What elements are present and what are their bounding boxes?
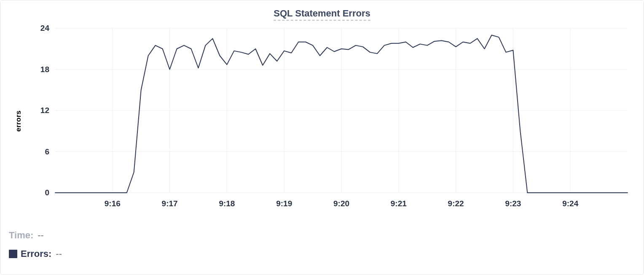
footer-errors-row: Errors: -- [9,248,635,259]
svg-text:9:18: 9:18 [219,199,235,208]
svg-text:9:21: 9:21 [391,199,407,208]
svg-text:24: 24 [40,24,50,32]
svg-text:6: 6 [45,147,49,156]
chart-area[interactable]: errors 9:169:179:189:199:209:219:229:239… [9,24,635,218]
svg-text:9:20: 9:20 [333,199,349,208]
svg-text:9:17: 9:17 [162,199,178,208]
legend-swatch-errors [9,250,17,258]
svg-text:18: 18 [40,65,49,74]
footer-time-value: -- [38,230,44,241]
svg-text:9:22: 9:22 [448,199,464,208]
svg-text:0: 0 [45,188,49,197]
footer-time-row: Time: -- [9,230,635,241]
footer-errors-value: -- [56,248,62,259]
svg-text:9:16: 9:16 [105,199,121,208]
footer-errors-label: Errors: [21,248,51,259]
svg-text:9:19: 9:19 [276,199,292,208]
svg-text:9:24: 9:24 [562,199,578,208]
svg-text:9:23: 9:23 [505,199,521,208]
line-chart-svg: 9:169:179:189:199:209:219:229:239:240612… [9,24,636,218]
chart-footer: Time: -- Errors: -- [9,230,635,259]
footer-time-label: Time: [9,230,33,241]
chart-card: SQL Statement Errors errors 9:169:179:18… [0,0,644,275]
svg-text:12: 12 [40,106,49,115]
chart-title: SQL Statement Errors [274,8,370,21]
